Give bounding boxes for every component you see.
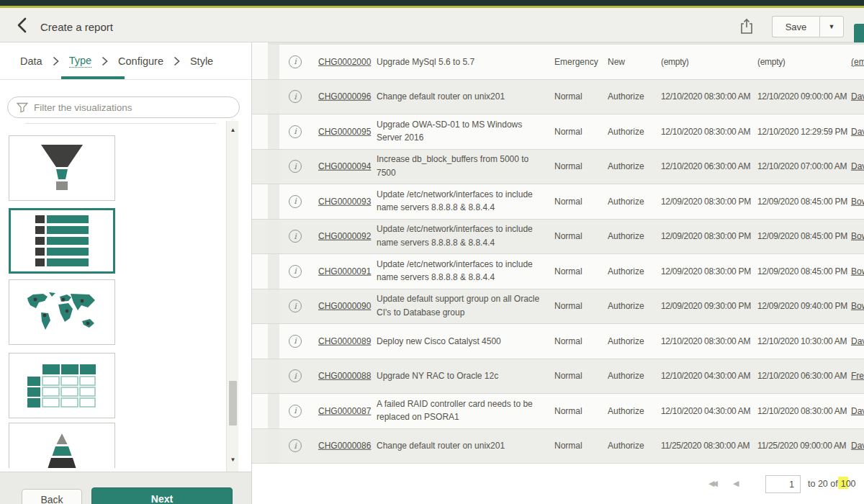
info-icon[interactable]: i bbox=[289, 300, 302, 312]
previous-page-icon[interactable]: ◀ bbox=[733, 479, 739, 488]
state-value: New bbox=[608, 55, 658, 68]
change-number-link[interactable]: CHG0000095 bbox=[318, 125, 371, 138]
viz-option-table[interactable] bbox=[9, 353, 115, 418]
planned-end-date: 12/09/2020 08:45:00 PM bbox=[757, 230, 850, 243]
viz-option-pyramid[interactable] bbox=[9, 423, 115, 468]
info-icon[interactable]: i bbox=[289, 125, 302, 138]
priority-value: Normal bbox=[554, 334, 609, 348]
change-number-link[interactable]: CHG0000090 bbox=[318, 300, 371, 313]
scroll-down-icon[interactable]: ▼ bbox=[227, 456, 239, 463]
back-button[interactable]: Back bbox=[22, 489, 82, 504]
assigned-to-link[interactable]: Fre bbox=[851, 369, 864, 383]
priority-value: Normal bbox=[554, 230, 609, 243]
short-description: Change default router on unix201 bbox=[377, 439, 548, 453]
short-description: Update /etc/network/interfaces to includ… bbox=[377, 258, 548, 284]
scroll-up-icon[interactable]: ▲ bbox=[227, 127, 239, 133]
breadcrumb-style[interactable]: Style bbox=[190, 55, 213, 67]
viz-option-list[interactable] bbox=[9, 208, 115, 274]
table-rows: i CHG0002000 Upgrade MySql 5.6 to 5.7 Em… bbox=[252, 45, 864, 464]
viz-option-funnel[interactable] bbox=[9, 135, 115, 201]
planned-end-date: 12/10/2020 12:29:59 PM bbox=[757, 125, 850, 138]
save-button[interactable]: Save bbox=[772, 16, 819, 37]
first-page-icon[interactable]: ◀◀ bbox=[708, 479, 715, 488]
info-icon[interactable]: i bbox=[289, 369, 302, 382]
panel-footer: Back Next bbox=[0, 472, 251, 504]
state-value: Authorize bbox=[608, 439, 658, 453]
change-number-link[interactable]: CHG0000094 bbox=[318, 160, 371, 174]
list-chart-icon bbox=[35, 215, 89, 266]
priority-value: Emergency bbox=[554, 55, 609, 68]
share-icon[interactable] bbox=[739, 18, 755, 35]
breadcrumb-configure[interactable]: Configure bbox=[118, 55, 163, 67]
report-type-panel: Data Type Configure Style bbox=[0, 42, 252, 504]
change-number-link[interactable]: CHG0000089 bbox=[318, 334, 371, 348]
planned-start-date: 12/09/2020 09:30:00 PM bbox=[661, 300, 753, 313]
state-value: Authorize bbox=[608, 334, 658, 348]
planned-end-date: 12/09/2020 08:45:00 PM bbox=[757, 264, 850, 278]
change-number-link[interactable]: CHG0000091 bbox=[318, 264, 371, 278]
row-gutter bbox=[268, 114, 279, 149]
page-title: Create a report bbox=[40, 21, 113, 33]
change-number-link[interactable]: CHG0000096 bbox=[318, 90, 371, 104]
priority-value: Normal bbox=[554, 439, 609, 453]
next-button[interactable]: Next bbox=[91, 487, 233, 504]
app-window: Create a report Save ▼ Data Type Configu… bbox=[0, 0, 864, 504]
table-row: i CHG0000096 Change default router on un… bbox=[252, 80, 864, 115]
info-icon[interactable]: i bbox=[289, 439, 302, 452]
assigned-to-link[interactable]: Dav bbox=[851, 334, 864, 348]
priority-value: Normal bbox=[554, 404, 609, 418]
filter-visualizations-input[interactable] bbox=[34, 102, 239, 113]
assigned-to-link[interactable]: Bow bbox=[851, 264, 864, 278]
info-icon[interactable]: i bbox=[289, 195, 302, 208]
viz-option-map[interactable] bbox=[9, 279, 115, 345]
change-number-link[interactable]: CHG0000088 bbox=[318, 369, 371, 383]
assigned-to-link[interactable]: (em bbox=[851, 55, 864, 68]
page-number-input[interactable] bbox=[765, 475, 801, 493]
breadcrumb-data[interactable]: Data bbox=[20, 55, 42, 67]
info-icon[interactable]: i bbox=[289, 90, 302, 103]
pyramid-chart-icon bbox=[42, 433, 82, 468]
short-description: Update /etc/network/interfaces to includ… bbox=[377, 188, 548, 215]
assigned-to-link[interactable]: Bow bbox=[851, 194, 864, 208]
breadcrumb: Data Type Configure Style bbox=[0, 42, 251, 80]
info-icon[interactable]: i bbox=[289, 55, 302, 68]
funnel-filter-icon bbox=[17, 102, 28, 113]
planned-start-date: 12/10/2020 08:30:00 AM bbox=[661, 90, 753, 104]
info-icon[interactable]: i bbox=[289, 335, 302, 348]
info-icon[interactable]: i bbox=[289, 265, 302, 278]
scrollbar-thumb[interactable] bbox=[229, 381, 237, 426]
row-gutter bbox=[268, 394, 279, 428]
assigned-to-link[interactable]: Dav bbox=[851, 125, 864, 138]
state-value: Authorize bbox=[608, 90, 658, 104]
change-number-link[interactable]: CHG0000086 bbox=[318, 439, 371, 453]
breadcrumb-type[interactable]: Type bbox=[69, 55, 91, 68]
assigned-to-link[interactable]: Bow bbox=[851, 230, 864, 243]
change-number-link[interactable]: CHG0002000 bbox=[318, 55, 371, 68]
info-icon[interactable]: i bbox=[289, 230, 302, 243]
planned-start-date: 11/25/2020 08:30:00 AM bbox=[661, 439, 753, 453]
short-description: Increase db_block_buffers from 5000 to 7… bbox=[377, 153, 548, 180]
change-number-link[interactable]: CHG0000092 bbox=[318, 230, 371, 243]
chevron-down-icon[interactable]: ▼ bbox=[819, 16, 844, 37]
change-number-link[interactable]: CHG0000087 bbox=[318, 404, 371, 418]
short-description: A failed RAID controller card needs to b… bbox=[377, 397, 548, 424]
short-description: Change default router on unix201 bbox=[377, 90, 548, 104]
info-icon[interactable]: i bbox=[289, 160, 302, 173]
header-bar: Create a report Save ▼ bbox=[0, 8, 864, 42]
assigned-to-link[interactable]: Dav bbox=[851, 160, 864, 174]
row-gutter bbox=[268, 150, 279, 184]
short-description: Upgrade MySql 5.6 to 5.7 bbox=[377, 55, 548, 68]
table-row: i CHG0000089 Deploy new Cisco Catalyst 4… bbox=[252, 324, 864, 359]
viz-list-scrollbar[interactable]: ▲ ▼ bbox=[226, 121, 238, 472]
planned-start-date: 12/09/2020 08:30:00 PM bbox=[661, 230, 753, 243]
priority-value: Normal bbox=[554, 90, 609, 104]
info-icon[interactable]: i bbox=[289, 405, 302, 418]
back-chevron-icon[interactable] bbox=[13, 16, 32, 35]
planned-start-date: 12/09/2020 08:30:00 PM bbox=[661, 264, 753, 278]
assigned-to-link[interactable]: Dav bbox=[851, 90, 864, 104]
assigned-to-link[interactable]: Bow bbox=[851, 300, 864, 313]
assigned-to-link[interactable]: Dav bbox=[851, 439, 864, 453]
filter-field bbox=[7, 96, 240, 118]
assigned-to-link[interactable]: Dav bbox=[851, 404, 864, 418]
change-number-link[interactable]: CHG0000093 bbox=[318, 194, 371, 208]
